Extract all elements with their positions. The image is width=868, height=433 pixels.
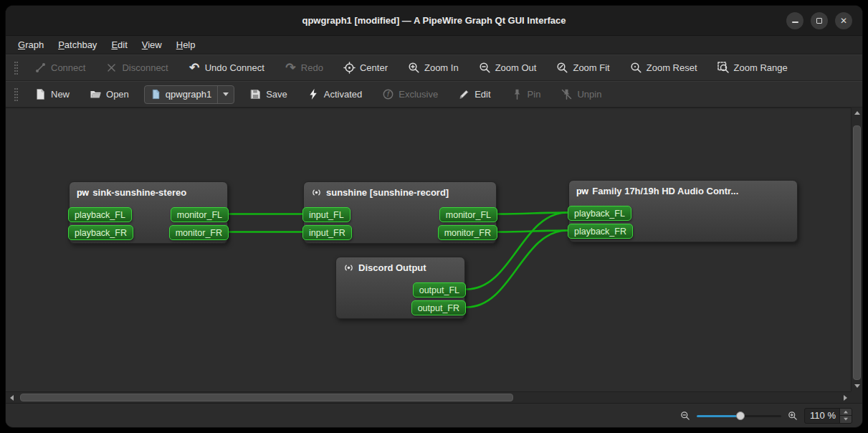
window-controls: ✕ — [786, 12, 852, 29]
port-sunshine-monitor-fr[interactable]: monitor_FR — [438, 225, 497, 240]
disconnect-icon — [105, 62, 118, 74]
vertical-scrollbar-track[interactable] — [852, 118, 862, 381]
save-button[interactable]: Save — [244, 85, 292, 103]
new-button[interactable]: New — [29, 85, 75, 103]
connection-layer — [6, 108, 851, 391]
spin-up-button[interactable] — [840, 409, 852, 417]
zoom-out-mini-icon[interactable] — [680, 411, 690, 421]
titlebar: qpwgraph1 [modified] — A PipeWire Graph … — [6, 6, 862, 36]
toolbar-patchbay: New Open qpwgraph1 Save Activated f Excl… — [6, 81, 862, 108]
zoom-fit-button[interactable]: Zoom Fit — [551, 59, 614, 77]
exclusive-icon: f — [382, 88, 394, 100]
horizontal-scrollbar-thumb[interactable] — [20, 394, 513, 401]
scroll-left-button[interactable] — [6, 392, 17, 403]
menu-help[interactable]: Help — [170, 37, 202, 52]
port-sunshine-input-fl[interactable]: input_FL — [302, 207, 350, 222]
horizontal-scrollbar-track[interactable] — [17, 392, 839, 403]
node-sink-sunshine-stereo[interactable]: pw sink-sunshine-stereo playback_FL play… — [69, 181, 228, 244]
port-discord-output-fl[interactable]: output_FL — [413, 282, 466, 298]
edit-label: Edit — [474, 89, 490, 100]
zoom-slider-handle[interactable] — [736, 411, 745, 420]
center-label: Center — [360, 62, 388, 73]
port-sink-playback-fl[interactable]: playback_FL — [68, 207, 132, 222]
connect-button[interactable]: Connect — [29, 59, 90, 77]
node-title: Discord Output — [358, 262, 426, 273]
open-folder-icon — [90, 88, 102, 100]
zoom-slider-fill — [697, 415, 740, 417]
close-button[interactable]: ✕ — [835, 12, 852, 29]
menu-patchbay[interactable]: Patchbay — [52, 37, 103, 52]
zoom-slider[interactable] — [697, 409, 781, 422]
port-sink-monitor-fr[interactable]: monitor_FR — [169, 225, 229, 240]
menu-view[interactable]: View — [135, 37, 168, 52]
vertical-scrollbar-thumb[interactable] — [853, 125, 861, 380]
zoom-reset-button[interactable]: Zoom Reset — [625, 59, 702, 77]
maximize-button[interactable] — [811, 12, 828, 29]
menu-graph[interactable]: Graph — [11, 37, 50, 52]
unpin-label: Unpin — [577, 89, 601, 100]
node-header: pw Family 17h/19h HD Audio Contr... — [569, 181, 797, 196]
graph-canvas[interactable]: pw sink-sunshine-stereo playback_FL play… — [6, 108, 851, 391]
node-title: sunshine [sunshine-record] — [326, 187, 449, 198]
unpin-button[interactable]: Unpin — [555, 85, 606, 103]
edit-button[interactable]: Edit — [453, 85, 495, 103]
redo-icon: ↷ — [285, 62, 297, 74]
port-discord-output-fr[interactable]: output_FR — [411, 300, 466, 315]
menu-help-label: H — [176, 39, 183, 50]
zoom-out-button[interactable]: Zoom Out — [474, 59, 542, 77]
exclusive-button[interactable]: f Exclusive — [377, 85, 443, 103]
zoom-range-icon — [717, 62, 730, 74]
minimize-button[interactable] — [786, 12, 803, 29]
toolbar-grip-2[interactable] — [14, 88, 18, 101]
port-sunshine-input-fr[interactable]: input_FR — [302, 225, 352, 240]
disconnect-button[interactable]: Disconnect — [100, 59, 173, 77]
menu-edit[interactable]: Edit — [105, 37, 133, 52]
pin-button[interactable]: Pin — [506, 85, 546, 103]
node-family-hd-audio[interactable]: pw Family 17h/19h HD Audio Contr... play… — [568, 180, 798, 242]
arrow-up-icon — [844, 410, 848, 413]
port-family-playback-fl[interactable]: playback_FL — [568, 206, 631, 221]
save-icon — [249, 88, 262, 100]
toolbar-grip[interactable] — [14, 62, 18, 75]
node-sunshine[interactable]: sunshine [sunshine-record] input_FL inpu… — [303, 181, 497, 244]
save-label: Save — [266, 89, 287, 100]
maximize-icon — [816, 18, 822, 24]
horizontal-scrollbar[interactable] — [6, 391, 851, 403]
zoom-spinbox[interactable]: 110 % — [804, 408, 852, 424]
center-button[interactable]: Center — [338, 59, 393, 77]
zoom-reset-label: Zoom Reset — [647, 62, 697, 73]
menu-patchbay-label: P — [58, 39, 65, 50]
vertical-scrollbar[interactable] — [851, 108, 862, 391]
scroll-up-button[interactable] — [852, 108, 863, 118]
open-button[interactable]: Open — [85, 85, 134, 103]
menu-graph-label: G — [18, 39, 25, 50]
edit-pencil-icon — [458, 88, 470, 100]
zoom-in-button[interactable]: Zoom In — [403, 59, 464, 77]
scrollbar-corner — [851, 391, 862, 403]
zoom-range-button[interactable]: Zoom Range — [712, 59, 793, 77]
undo-connect-button[interactable]: ↶ Undo Connect — [183, 59, 270, 77]
activated-button[interactable]: Activated — [302, 85, 367, 103]
redo-button[interactable]: ↷ Redo — [280, 59, 328, 77]
zoom-in-mini-icon[interactable] — [788, 411, 798, 421]
port-sink-monitor-fl[interactable]: monitor_FL — [171, 207, 229, 222]
scroll-right-button[interactable] — [839, 392, 851, 403]
spin-down-button[interactable] — [840, 416, 852, 423]
session-combobox-value: qpwgraph1 — [166, 89, 211, 100]
node-discord-output[interactable]: Discord Output output_FL output_FR — [335, 257, 465, 319]
port-sunshine-monitor-fl[interactable]: monitor_FL — [439, 207, 497, 222]
app-window: qpwgraph1 [modified] — A PipeWire Graph … — [6, 6, 862, 427]
menu-help-label-rest: elp — [183, 39, 195, 50]
scroll-down-button[interactable] — [852, 381, 863, 391]
port-family-playback-fr[interactable]: playback_FR — [568, 224, 633, 239]
zoom-fit-icon — [556, 62, 568, 74]
menu-edit-label: E — [111, 39, 118, 50]
pipewire-icon: pw — [576, 186, 588, 196]
node-header: pw sink-sunshine-stereo — [70, 182, 227, 198]
port-sink-playback-fr[interactable]: playback_FR — [68, 225, 133, 240]
session-combobox-arrow[interactable] — [217, 86, 234, 103]
unpin-icon — [561, 88, 573, 100]
zoom-out-icon — [479, 62, 491, 74]
audio-source-icon — [311, 187, 322, 198]
session-combobox[interactable]: qpwgraph1 — [144, 85, 234, 104]
